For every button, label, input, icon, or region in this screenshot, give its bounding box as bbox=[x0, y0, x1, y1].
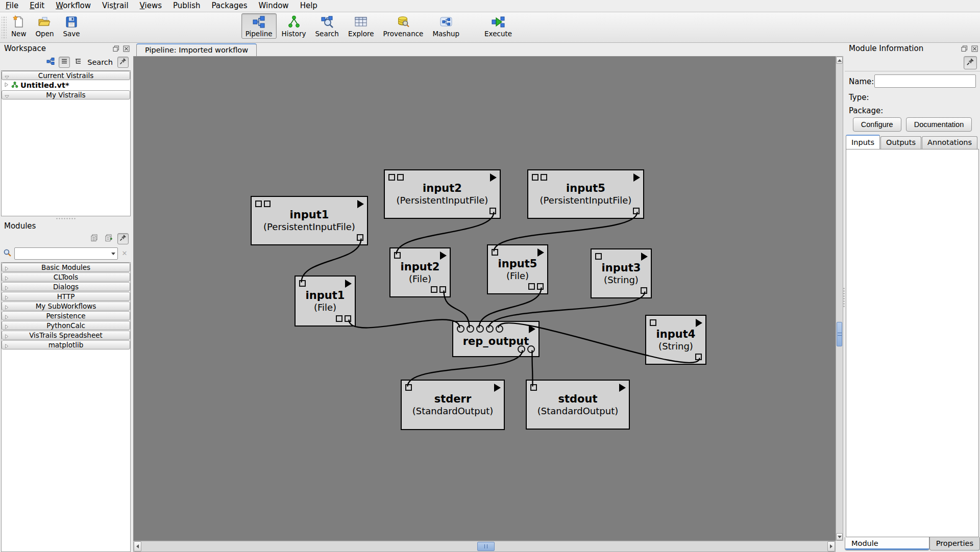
package-http[interactable]: HTTP bbox=[2, 292, 130, 301]
menu-window[interactable]: Window bbox=[253, 0, 294, 12]
menu-views[interactable]: Views bbox=[134, 0, 167, 12]
output-port[interactable] bbox=[439, 286, 446, 293]
configure-button[interactable]: Configure bbox=[853, 117, 901, 132]
menu-help[interactable]: Help bbox=[295, 0, 323, 12]
output-port[interactable] bbox=[527, 345, 535, 353]
scroll-right-button[interactable] bbox=[827, 541, 835, 551]
input-port[interactable] bbox=[486, 325, 494, 333]
workspace-float-icon[interactable] bbox=[112, 45, 119, 52]
horizontal-scroll-thumb[interactable] bbox=[477, 542, 495, 551]
panel-splitter[interactable] bbox=[0, 216, 132, 220]
tab-inputs[interactable]: Inputs bbox=[846, 135, 880, 149]
module-rep-output[interactable]: rep_output bbox=[452, 321, 540, 357]
input-port[interactable] bbox=[467, 325, 474, 333]
output-port[interactable] bbox=[695, 354, 702, 360]
module-menu-triangle-icon[interactable] bbox=[529, 325, 535, 333]
input-port[interactable] bbox=[476, 325, 484, 333]
module-menu-triangle-icon[interactable] bbox=[537, 248, 544, 257]
documentation-button[interactable]: Documentation bbox=[906, 117, 972, 132]
menu-publish[interactable]: Publish bbox=[167, 0, 206, 12]
package-dialogs[interactable]: Dialogs bbox=[2, 282, 130, 291]
package-persistence[interactable]: Persistence bbox=[2, 311, 130, 320]
module-menu-triangle-icon[interactable] bbox=[357, 200, 364, 208]
module-menu-triangle-icon[interactable] bbox=[696, 319, 702, 327]
toolbar-explore-button[interactable]: Explore bbox=[344, 13, 378, 39]
package-cltools[interactable]: CLTools bbox=[2, 272, 130, 282]
workspace-tree-view-button[interactable] bbox=[72, 57, 84, 68]
module-input1-file[interactable]: input1(File) bbox=[295, 275, 356, 327]
package-my-subworkflows[interactable]: My SubWorkflows bbox=[2, 302, 130, 311]
output-port[interactable] bbox=[641, 287, 647, 294]
input-port[interactable] bbox=[264, 200, 271, 207]
module-input3-str[interactable]: input3(String) bbox=[591, 248, 652, 298]
input-port[interactable] bbox=[388, 174, 395, 181]
menu-workflow[interactable]: Workflow bbox=[50, 0, 96, 12]
bottom-tab-module-information[interactable]: Module Information bbox=[845, 537, 929, 550]
clear-search-icon[interactable]: ✕ bbox=[120, 249, 129, 258]
toolbar-search-button[interactable]: Search bbox=[311, 13, 343, 39]
chevron-down-icon[interactable] bbox=[111, 253, 115, 255]
menu-edit[interactable]: Edit bbox=[24, 0, 50, 12]
output-port[interactable] bbox=[345, 315, 351, 322]
menu-file[interactable]: File bbox=[0, 0, 24, 12]
module-menu-triangle-icon[interactable] bbox=[619, 384, 626, 392]
menu-vistrail[interactable]: Vistrail bbox=[96, 0, 134, 12]
module-menu-triangle-icon[interactable] bbox=[633, 173, 640, 182]
vertical-scroll-thumb[interactable] bbox=[837, 322, 842, 346]
toolbar-open-button[interactable]: Open bbox=[31, 13, 58, 39]
toolbar-pipeline-button[interactable]: Pipeline bbox=[241, 13, 277, 39]
expand-tree-button[interactable] bbox=[103, 233, 114, 244]
module-input2-pif[interactable]: input2(PersistentInputFile) bbox=[384, 169, 501, 219]
package-pythoncalc[interactable]: PythonCalc bbox=[2, 321, 130, 330]
module-name-input[interactable] bbox=[874, 74, 976, 88]
output-port[interactable] bbox=[518, 345, 525, 353]
package-matplotlib[interactable]: matplotlib bbox=[2, 340, 130, 349]
package-vistrails-spreadsheet[interactable]: VisTrails Spreadsheet bbox=[2, 331, 130, 340]
input-port[interactable] bbox=[532, 174, 538, 181]
input-port[interactable] bbox=[405, 384, 412, 391]
output-port[interactable] bbox=[537, 283, 544, 290]
bottom-tab-properties[interactable]: Properties bbox=[929, 537, 980, 550]
toolbar-new-button[interactable]: New bbox=[7, 13, 30, 39]
workspace-file-untitled[interactable]: Untitled.vt* bbox=[2, 80, 130, 90]
input-port[interactable] bbox=[457, 325, 464, 333]
workspace-graph-view-button[interactable] bbox=[45, 57, 56, 68]
module-input1-pif[interactable]: input1(PersistentInputFile) bbox=[251, 196, 368, 245]
output-port[interactable] bbox=[431, 286, 437, 293]
menu-packages[interactable]: Packages bbox=[206, 0, 253, 12]
tab-pipeline-imported-workflow[interactable]: Pipeline: Imported workflow bbox=[136, 43, 257, 56]
input-port[interactable] bbox=[650, 319, 656, 326]
modules-pin-button[interactable] bbox=[117, 233, 129, 244]
pipeline-canvas[interactable]: input2(PersistentInputFile)input5(Persis… bbox=[133, 56, 836, 541]
toolbar-drag-handle[interactable] bbox=[2, 16, 7, 39]
input-port[interactable] bbox=[397, 174, 404, 181]
module-menu-triangle-icon[interactable] bbox=[494, 384, 501, 392]
scroll-down-button[interactable] bbox=[836, 533, 843, 540]
toolbar-history-button[interactable]: History bbox=[278, 13, 310, 39]
toolbar-provenance-button[interactable]: Provenance bbox=[379, 13, 428, 39]
input-port[interactable] bbox=[255, 200, 262, 207]
output-port[interactable] bbox=[633, 208, 640, 214]
input-port[interactable] bbox=[394, 252, 401, 259]
workspace-list-view-button[interactable] bbox=[59, 57, 70, 68]
current-vistrails-section[interactable]: Current Vistrails bbox=[2, 71, 130, 80]
toolbar-mashup-button[interactable]: Mashup bbox=[428, 13, 463, 39]
module-input2-file[interactable]: input2(File) bbox=[389, 247, 451, 297]
workspace-pin-button[interactable] bbox=[117, 57, 129, 68]
horizontal-scrollbar[interactable] bbox=[133, 541, 836, 552]
input-port[interactable] bbox=[530, 384, 537, 391]
input-port[interactable] bbox=[299, 280, 306, 287]
output-port[interactable] bbox=[528, 283, 535, 290]
input-port[interactable] bbox=[492, 249, 498, 256]
module-menu-triangle-icon[interactable] bbox=[641, 253, 648, 261]
toolbar-save-button[interactable]: Save bbox=[59, 13, 84, 39]
module-stdout[interactable]: stdout(StandardOutput) bbox=[526, 380, 630, 430]
collapse-tree-button[interactable] bbox=[89, 233, 100, 244]
module-input4-str[interactable]: input4(String) bbox=[645, 315, 706, 365]
my-vistrails-section[interactable]: My Vistrails bbox=[2, 90, 130, 99]
package-basic-modules[interactable]: Basic Modules bbox=[2, 263, 130, 272]
module-input5-file[interactable]: input5(File) bbox=[487, 244, 548, 294]
input-port[interactable] bbox=[595, 253, 602, 260]
toolbar-execute-button[interactable]: Execute bbox=[480, 13, 516, 39]
module-info-pin-button[interactable] bbox=[964, 56, 977, 69]
